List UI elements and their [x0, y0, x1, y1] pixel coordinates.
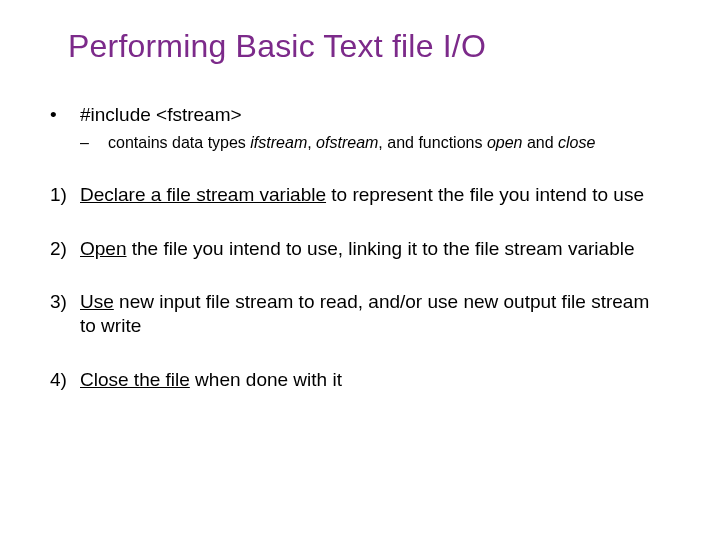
- step-4-text: Close the file when done with it: [80, 368, 670, 392]
- step-4: 4) Close the file when done with it: [50, 368, 670, 392]
- step-3-number: 3): [50, 290, 80, 338]
- fn-close: close: [558, 134, 595, 151]
- sub-and: and: [522, 134, 558, 151]
- slide-body: • #include <fstream> – contains data typ…: [50, 103, 670, 392]
- sub-sep1: ,: [307, 134, 316, 151]
- step-2-rest: the file you intend to use, linking it t…: [126, 238, 634, 259]
- sub-pre: contains data types: [108, 134, 250, 151]
- step-2-underline: Open: [80, 238, 126, 259]
- step-3-rest: new input file stream to read, and/or us…: [80, 291, 649, 336]
- slide-title: Performing Basic Text file I/O: [68, 28, 670, 65]
- step-2: 2) Open the file you intend to use, link…: [50, 237, 670, 261]
- type-ofstream: ofstream: [316, 134, 378, 151]
- slide: Performing Basic Text file I/O • #includ…: [0, 0, 720, 540]
- bullet-include: • #include <fstream>: [50, 103, 670, 127]
- step-2-text: Open the file you intend to use, linking…: [80, 237, 670, 261]
- step-2-number: 2): [50, 237, 80, 261]
- bullet-text: #include <fstream>: [80, 103, 670, 127]
- step-3-text: Use new input file stream to read, and/o…: [80, 290, 670, 338]
- step-3: 3) Use new input file stream to read, an…: [50, 290, 670, 338]
- step-1-text: Declare a file stream variable to repres…: [80, 183, 670, 207]
- step-3-underline: Use: [80, 291, 114, 312]
- bullet-marker: •: [50, 103, 80, 127]
- step-4-underline: Close the file: [80, 369, 190, 390]
- step-1-underline: Declare a file stream variable: [80, 184, 326, 205]
- step-1-rest: to represent the file you intend to use: [326, 184, 644, 205]
- sub-text: contains data types ifstream, ofstream, …: [108, 133, 670, 153]
- step-1: 1) Declare a file stream variable to rep…: [50, 183, 670, 207]
- step-4-rest: when done with it: [190, 369, 342, 390]
- sub-mid: , and functions: [378, 134, 487, 151]
- step-1-number: 1): [50, 183, 80, 207]
- step-4-number: 4): [50, 368, 80, 392]
- sub-bullet: – contains data types ifstream, ofstream…: [80, 133, 670, 153]
- fn-open: open: [487, 134, 523, 151]
- type-ifstream: ifstream: [250, 134, 307, 151]
- sub-marker: –: [80, 133, 108, 153]
